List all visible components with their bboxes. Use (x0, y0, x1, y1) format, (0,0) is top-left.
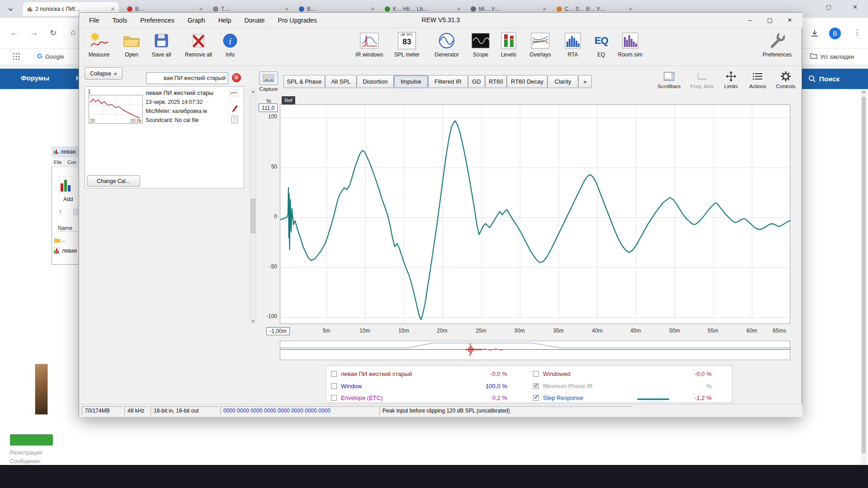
measurement-soundcard: Soundcard: No cal file (146, 117, 198, 123)
menu-preferences[interactable]: Preferences (139, 17, 175, 24)
x-axis-first-value[interactable]: -1,00m (266, 327, 290, 335)
open-button[interactable]: Open (117, 30, 146, 58)
apps-grid-icon[interactable] (13, 53, 20, 60)
tab-close-icon[interactable]: ✕ (542, 6, 547, 12)
measurement-thumbnail[interactable]: 20 20,0k (89, 95, 143, 124)
scrollbar-thumb[interactable] (251, 199, 255, 233)
measurement-tab-field[interactable]: вая ПИ жесткий старый (146, 72, 228, 84)
tab-rt60-decay[interactable]: RT60 Decay (507, 75, 547, 88)
tab-close-icon[interactable]: ✕ (628, 6, 632, 12)
capture-label: Capture (254, 86, 283, 92)
capture-button[interactable] (259, 71, 278, 85)
mini-row-up[interactable]: .. (62, 237, 65, 243)
close-button[interactable]: ✕ (780, 13, 800, 28)
browser-menu-icon[interactable]: ⋮ (854, 28, 861, 37)
menu-help[interactable]: Help (217, 17, 232, 24)
legend-checkbox-measurement[interactable] (331, 371, 337, 377)
ir-overview-strip[interactable] (280, 341, 790, 360)
legend-label-min-phase: Minimum Phase IR (543, 383, 593, 389)
mini-menu-con[interactable]: Con (67, 160, 76, 165)
ir-windows-button[interactable]: IR windows (352, 30, 387, 58)
forum-search-label[interactable]: Поиск (819, 75, 840, 83)
spl-meter-button[interactable]: dB SPL 83 SPL meter (392, 30, 421, 58)
notes-pencil-icon[interactable] (231, 104, 238, 112)
mini-eq-icon[interactable] (59, 176, 72, 193)
controls-control[interactable]: Controls (768, 70, 803, 89)
forum-header[interactable]: Форумы (21, 74, 49, 82)
page-scrollbar-thumb[interactable] (862, 97, 866, 454)
legend-checkbox-envelope[interactable] (331, 395, 337, 401)
menu-donate[interactable]: Donate (243, 17, 265, 24)
measurement-chart-icon[interactable] (230, 89, 238, 96)
x-tick: 5m (313, 328, 340, 334)
mini-menu-file[interactable]: File (54, 160, 62, 165)
legend-checkbox-step-response[interactable] (533, 395, 539, 401)
tab-clarity[interactable]: Clarity (547, 75, 578, 88)
legend-checkbox-window[interactable] (331, 383, 337, 389)
menu-tools[interactable]: Tools (112, 17, 128, 24)
tab-close-icon[interactable]: ✕ (371, 6, 375, 12)
browser-close-icon[interactable]: ✕ (853, 4, 858, 10)
minimize-button[interactable]: – (740, 13, 760, 28)
refresh-icon[interactable]: ↻ (50, 28, 57, 38)
download-icon[interactable] (810, 29, 819, 38)
levels-button[interactable]: Levels (498, 30, 519, 58)
tab-filtered-ir[interactable]: Filtered IR (428, 75, 468, 88)
y-tick: 50 (256, 164, 277, 170)
y-axis-top-value[interactable]: 111,0 (259, 103, 278, 112)
info-page-icon[interactable] (231, 116, 238, 123)
forum-search-icon[interactable] (808, 75, 816, 83)
scope-button[interactable]: Scope (469, 30, 492, 58)
mini-row-file[interactable]: левая (62, 248, 77, 254)
maximize-button[interactable]: ▢ (760, 13, 780, 28)
legend-checkbox-min-phase[interactable] (533, 383, 539, 389)
collapse-button[interactable]: Collapse« (85, 67, 123, 80)
info-button[interactable]: i Info (218, 30, 242, 58)
save-all-button[interactable]: Save all (146, 30, 177, 58)
measure-button[interactable]: Measure (85, 30, 113, 58)
forward-icon[interactable]: → (30, 28, 38, 38)
menu-file[interactable]: File (88, 17, 100, 24)
impulse-plot[interactable] (280, 104, 790, 324)
preferences-button[interactable]: Preferences (759, 30, 795, 58)
back-icon[interactable]: ← (10, 28, 18, 38)
eq-button[interactable]: EQ EQ (593, 30, 609, 58)
tab-gd[interactable]: GD (468, 75, 485, 88)
room-sim-button[interactable]: Room sim (616, 30, 645, 58)
info-icon: i (222, 33, 238, 49)
legend-checkbox-windowed[interactable] (533, 371, 539, 377)
tab-close-icon[interactable]: ✕ (199, 6, 203, 12)
avatar[interactable]: B (829, 28, 841, 39)
measurement-name[interactable]: левая ПИ жесткий стары (146, 89, 213, 96)
tab-rt60[interactable]: RT60 (485, 75, 507, 88)
forum-green-button[interactable] (10, 434, 53, 446)
status-memory: 70/174MB (82, 406, 123, 416)
tab-spl-phase[interactable]: SPL & Phase (283, 75, 325, 88)
menu-graph[interactable]: Graph (187, 17, 206, 24)
browser-maximize-icon[interactable]: ▢ (826, 4, 831, 10)
mini-name-header[interactable]: Name (58, 225, 81, 232)
tab-distortion[interactable]: Distortion (357, 75, 394, 88)
remove-all-button[interactable]: Remove all (179, 30, 217, 58)
spl-meter-icon: dB SPL 83 (398, 32, 416, 49)
tab-close-icon[interactable]: ✕ (285, 6, 289, 12)
change-cal-button[interactable]: Change Cal... (87, 175, 140, 187)
tab-close-icon[interactable]: ✕ (457, 6, 461, 12)
panel-scrollbar[interactable]: ▲ ▼ (250, 89, 256, 324)
mini-up-icon[interactable]: ↑ (59, 208, 62, 215)
mini-add-label[interactable]: Add (63, 196, 73, 202)
home-icon[interactable]: ⌂ (71, 28, 75, 37)
overlays-button[interactable]: Overlays (526, 30, 554, 58)
generator-button[interactable]: Generator (431, 30, 462, 58)
scrollbar-down-icon[interactable]: ▼ (251, 319, 255, 324)
tab-more[interactable]: » (578, 75, 592, 88)
rta-button[interactable]: RTA (564, 30, 582, 58)
measurement-close-icon[interactable]: ✕ (232, 73, 241, 82)
thumb-freq-low: 20 (90, 118, 95, 123)
all-bookmarks[interactable]: Усі закладки (820, 53, 854, 60)
menu-pro-upgrades[interactable]: Pro Upgrades (277, 17, 318, 24)
bookmark-google[interactable]: Google (45, 53, 64, 60)
tab-impulse[interactable]: Impulse (394, 75, 428, 88)
scrollbars-control[interactable]: Scrollbars (651, 70, 687, 89)
tab-all-spl[interactable]: All SPL (325, 75, 357, 88)
